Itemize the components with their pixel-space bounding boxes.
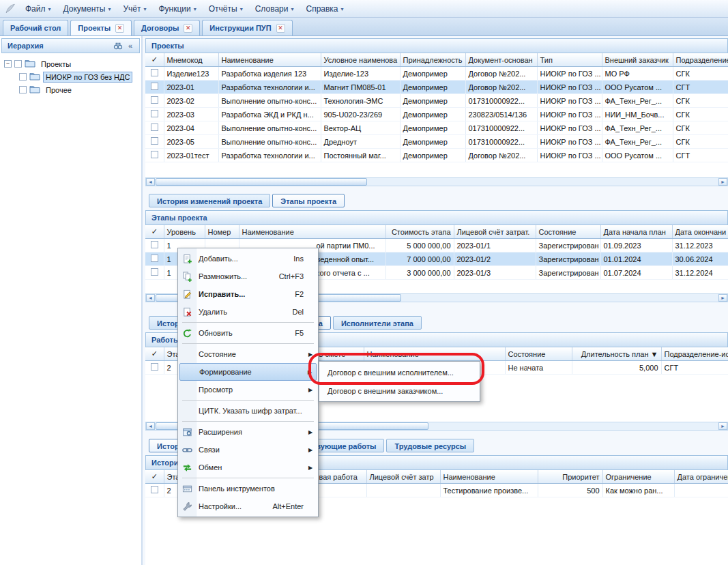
column-header[interactable]: Состояние xyxy=(536,225,600,239)
check-column-header[interactable]: ✓ xyxy=(145,225,164,239)
table-row[interactable]: 2023-01тестРазработка технологии и...Пос… xyxy=(145,149,728,162)
tree-node-other[interactable]: Прочее xyxy=(19,83,132,96)
context-menu-item[interactable]: Исправить...F2 xyxy=(179,285,317,303)
tab-label: Проекты xyxy=(78,24,111,32)
column-header[interactable]: Документ-основан xyxy=(465,53,537,67)
table-row[interactable]: 2023-01Разработка технологии и...Магнит … xyxy=(145,81,728,94)
tab-stage-executors[interactable]: Исполнители этапа xyxy=(333,316,422,330)
context-menu-item[interactable]: Состояние▶ xyxy=(179,345,317,363)
submenu-item[interactable]: Договор с внешним исполнителем... xyxy=(321,363,478,381)
table-row[interactable]: 2023-03Разработка ЭКД и РКД н...905-U020… xyxy=(145,108,728,121)
column-header[interactable]: Наименование xyxy=(364,347,505,361)
column-header[interactable]: Условное наименова xyxy=(321,53,400,67)
row-checkbox[interactable] xyxy=(151,255,158,262)
column-header[interactable]: Принадлежность xyxy=(400,53,465,67)
table-row[interactable]: Изделие123Разработка изделия 123Изделие-… xyxy=(145,67,728,81)
row-checkbox[interactable] xyxy=(151,110,158,117)
context-menu-item[interactable]: Добавить...Ins xyxy=(179,250,317,267)
column-header[interactable]: Наименование xyxy=(440,470,538,484)
menu-accounting[interactable]: Учёт▾ xyxy=(117,0,152,17)
menu-functions[interactable]: Функции▾ xyxy=(152,0,202,17)
column-header[interactable]: Состояние xyxy=(505,347,572,361)
scroll-thumb[interactable] xyxy=(156,178,367,186)
tree-checkbox[interactable] xyxy=(19,86,27,93)
context-menu-item[interactable]: УдалитьDel xyxy=(179,303,317,321)
table-row[interactable]: 2023-05Выполнение опытно-конс...Дредноут… xyxy=(145,135,728,149)
find-icon[interactable] xyxy=(112,40,124,51)
collapse-panel-icon[interactable]: « xyxy=(124,40,136,51)
menu-documents[interactable]: Документы▾ xyxy=(57,0,117,17)
context-menu-item[interactable]: Просмотр▶ xyxy=(179,381,317,399)
column-header[interactable]: Уровень xyxy=(164,225,205,239)
row-checkbox[interactable] xyxy=(151,241,158,248)
check-column-header[interactable]: ✓ xyxy=(145,347,164,361)
row-checkbox[interactable] xyxy=(151,124,158,131)
scroll-left-icon[interactable]: ◄ xyxy=(146,422,155,430)
menu-dictionaries[interactable]: Словари▾ xyxy=(249,0,300,17)
collapse-expander-icon[interactable]: − xyxy=(4,60,12,68)
context-menu-item[interactable]: ЦИТК. Указать шифр затрат... xyxy=(179,402,317,420)
column-header[interactable]: Ограничение xyxy=(602,470,674,484)
column-header[interactable]: Подразделение-испо xyxy=(661,347,728,361)
tab-desktop[interactable]: Рабочий стол xyxy=(3,20,68,35)
row-checkbox[interactable] xyxy=(151,268,158,276)
menu-reports[interactable]: Отчёты▾ xyxy=(203,0,249,17)
tab-contracts[interactable]: Договоры✕ xyxy=(134,20,200,35)
menu-help[interactable]: Справка▾ xyxy=(300,0,349,17)
row-checkbox[interactable] xyxy=(151,69,158,76)
tab-labor-resources[interactable]: Трудовые ресурсы xyxy=(386,439,474,452)
scroll-left-icon[interactable]: ◄ xyxy=(146,178,155,186)
tree-checkbox[interactable] xyxy=(19,73,27,81)
column-header[interactable]: Лицевой счёт затр xyxy=(366,470,440,484)
column-header[interactable]: Лицевой счёт затрат. xyxy=(454,225,536,239)
projects-hscrollbar[interactable]: ◄ ► xyxy=(145,177,728,186)
check-column-header[interactable]: ✓ xyxy=(145,53,164,67)
close-icon[interactable]: ✕ xyxy=(276,24,285,33)
scroll-left-icon[interactable]: ◄ xyxy=(146,294,155,302)
submenu-item[interactable]: Договор с внешним заказчиком... xyxy=(321,381,478,400)
table-row[interactable]: 2023-04Выполнение опытно-конс...Вектор-А… xyxy=(145,121,728,135)
scroll-right-icon[interactable]: ► xyxy=(718,294,727,302)
column-header[interactable]: Номер xyxy=(205,225,239,239)
context-menu-item[interactable]: Размножить...Ctrl+F3 xyxy=(179,267,317,285)
row-checkbox[interactable] xyxy=(151,363,158,371)
tab-instructions-pup[interactable]: Инструкции ПУП✕ xyxy=(202,20,292,35)
column-header[interactable]: Мнемокод xyxy=(164,53,218,67)
context-menu-item[interactable]: Панель инструментов xyxy=(179,480,317,497)
column-header[interactable]: Приоритет xyxy=(538,470,602,484)
tab-projects[interactable]: Проекты✕ xyxy=(70,20,132,35)
tree-node-projects[interactable]: − Проекты xyxy=(4,57,132,70)
column-header[interactable]: Подразделение xyxy=(673,53,728,67)
tab-project-stages[interactable]: Этапы проекта xyxy=(272,194,345,207)
menu-file[interactable]: Файл▾ xyxy=(19,0,57,17)
tab-project-history[interactable]: История изменений проекта xyxy=(149,194,270,207)
table-row[interactable]: 2023-02Выполнение опытно-конс...Технолог… xyxy=(145,94,728,108)
context-menu-item[interactable]: Обмен▶ xyxy=(179,459,317,476)
column-header[interactable]: Внешний заказчик xyxy=(602,53,673,67)
context-menu-item[interactable]: Настройки...Alt+Enter xyxy=(179,497,317,515)
column-header[interactable]: Наименование xyxy=(218,53,321,67)
check-column-header[interactable]: ✓ xyxy=(145,470,164,484)
context-menu-item[interactable]: Связи▶ xyxy=(179,441,317,459)
context-menu-item[interactable]: ОбновитьF5 xyxy=(179,324,317,342)
close-icon[interactable]: ✕ xyxy=(115,24,124,33)
context-menu-item[interactable]: Расширения▶ xyxy=(179,423,317,441)
close-icon[interactable]: ✕ xyxy=(184,24,192,33)
scroll-right-icon[interactable]: ► xyxy=(718,178,727,186)
column-header[interactable]: Наименование xyxy=(239,225,385,239)
column-header[interactable]: Стоимость этапа xyxy=(385,225,454,239)
tree-node-niokr[interactable]: НИОКР по ГОЗ без НДС xyxy=(19,70,132,83)
column-header[interactable]: Дата окончани xyxy=(672,225,728,239)
row-checkbox[interactable] xyxy=(151,137,158,145)
row-checkbox[interactable] xyxy=(151,83,158,90)
column-header[interactable]: Дата начала план xyxy=(600,225,672,239)
context-menu-item[interactable]: Формирование▶ xyxy=(179,363,317,381)
scroll-right-icon[interactable]: ► xyxy=(718,422,727,430)
row-checkbox[interactable] xyxy=(151,96,158,104)
row-checkbox[interactable] xyxy=(151,151,158,158)
tree-checkbox[interactable] xyxy=(14,60,22,68)
column-header[interactable]: Дата ограничени xyxy=(674,470,728,484)
column-header[interactable]: Тип xyxy=(537,53,602,67)
column-header[interactable]: Длительность план ▼ xyxy=(572,347,661,361)
row-checkbox[interactable] xyxy=(151,486,158,493)
